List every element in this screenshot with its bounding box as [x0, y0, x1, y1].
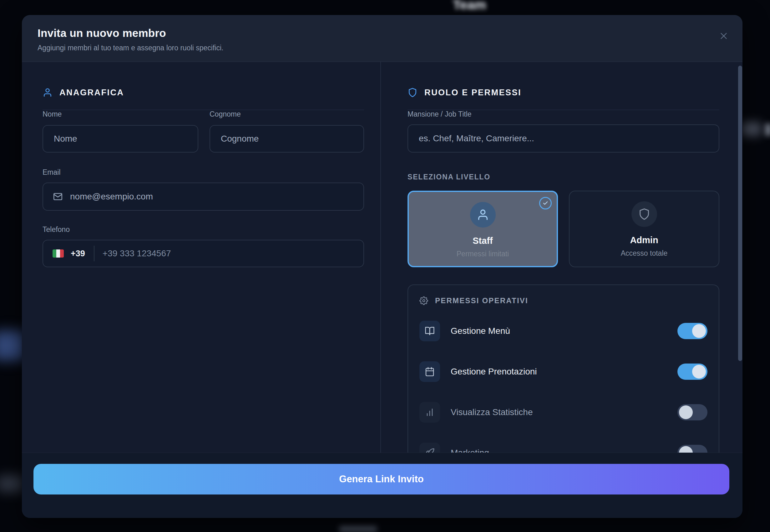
toggle-gestione-menu[interactable] [677, 323, 707, 339]
background-blur-artifact [741, 123, 761, 136]
modal-subtitle: Aggiungi membri al tuo team e assegna lo… [38, 44, 223, 52]
section-divider [43, 110, 364, 110]
phone-prefix[interactable]: +39 [71, 249, 85, 258]
email-label: Email [43, 168, 61, 177]
toggle-visualizza-statistiche[interactable] [677, 404, 707, 420]
permission-label: Gestione Menù [451, 326, 510, 336]
open-book-icon [420, 321, 440, 341]
bar-chart-icon [420, 402, 440, 423]
job-title-label: Mansione / Job Title [408, 110, 472, 118]
permission-row-visualizza-statistiche: Visualizza Statistiche [420, 401, 707, 423]
person-icon [43, 88, 53, 98]
toggle-gestione-prenotazioni[interactable] [677, 364, 707, 380]
mail-icon [53, 191, 63, 202]
toggle-knob [679, 405, 693, 419]
role-name: Staff [473, 236, 493, 246]
check-icon [543, 200, 548, 206]
modal-title: Invita un nuovo membro [38, 27, 166, 39]
permission-label: Visualizza Statistiche [451, 407, 533, 417]
shield-icon [408, 88, 418, 98]
permission-label: Gestione Prenotazioni [451, 367, 537, 377]
email-field[interactable] [43, 183, 364, 211]
shield-icon [638, 208, 651, 220]
background-blur-artifact [766, 124, 770, 136]
modal-scrollbar[interactable] [738, 66, 742, 361]
role-description: Accesso totale [621, 249, 668, 258]
page-background: Team Invita un nuovo membro Aggiungi mem… [0, 0, 770, 532]
italy-flag-icon [53, 249, 64, 258]
email-input[interactable] [69, 183, 354, 210]
close-icon [718, 38, 729, 42]
generate-invite-link-button[interactable]: Genera Link Invito [33, 464, 729, 494]
background-page-title: Team [453, 0, 486, 13]
toggle-knob [692, 324, 706, 338]
cognome-label: Cognome [209, 110, 241, 118]
role-name: Admin [630, 235, 658, 245]
admin-avatar [632, 201, 657, 227]
anagrafica-section-header: ANAGRAFICA [43, 88, 124, 98]
toggle-knob [692, 365, 706, 379]
background-blur-artifact [0, 475, 24, 492]
calendar-icon [420, 361, 440, 382]
role-card-admin[interactable]: Admin Accesso totale [569, 191, 719, 267]
permission-row-gestione-menu: Gestione Menù [420, 320, 707, 342]
permission-row-gestione-prenotazioni: Gestione Prenotazioni [420, 361, 707, 383]
phone-input[interactable] [94, 240, 363, 267]
staff-avatar [470, 202, 496, 228]
person-icon [477, 208, 489, 221]
job-title-input[interactable] [408, 124, 719, 153]
nome-input[interactable] [43, 125, 198, 153]
ruolo-section-title: RUOLO E PERMESSI [425, 88, 521, 98]
modal-footer: Genera Link Invito [22, 453, 742, 518]
level-selector-label: SELEZIONA LIVELLO [408, 173, 491, 181]
cognome-input[interactable] [209, 125, 364, 153]
close-button[interactable] [716, 29, 731, 44]
role-description: Permessi limitati [457, 250, 509, 258]
role-card-staff[interactable]: Staff Permessi limitati [408, 191, 558, 267]
nome-label: Nome [43, 110, 62, 118]
modal-header: Invita un nuovo membro Aggiungi membri a… [22, 15, 742, 62]
background-blur-artifact [339, 526, 377, 532]
telefono-label: Telefono [43, 225, 70, 234]
permissions-title: PERMESSI OPERATIVI [435, 296, 528, 305]
gear-icon [420, 296, 428, 305]
permissions-header: PERMESSI OPERATIVI [420, 296, 528, 305]
column-divider [380, 62, 381, 453]
selected-check-badge [539, 197, 552, 209]
phone-field[interactable]: +39 [43, 240, 364, 267]
invite-member-modal: Invita un nuovo membro Aggiungi membri a… [22, 15, 742, 518]
anagrafica-section-title: ANAGRAFICA [59, 88, 124, 98]
operational-permissions-panel: PERMESSI OPERATIVI Gestione Menù Gestion… [408, 284, 719, 472]
ruolo-section-header: RUOLO E PERMESSI [408, 88, 521, 98]
